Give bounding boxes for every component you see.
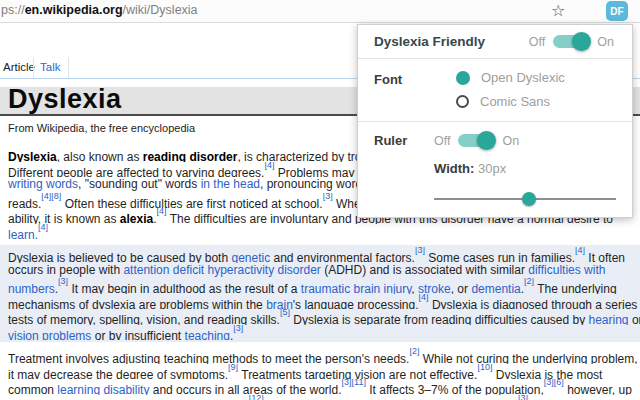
body-text: or by insufficient [91, 329, 184, 341]
font-option-label: Comic Sans [480, 94, 550, 109]
text-line: common learning disability and occurs in… [0, 379, 640, 395]
ruler-toggle[interactable] [458, 134, 494, 147]
body-text: Different people are affected to varying… [8, 166, 264, 178]
body-text: Dyslexia is separate from reading diffic… [290, 313, 589, 325]
body-text: It affects 3–7% of the population, [366, 383, 544, 395]
body-text: The underlying [534, 282, 617, 294]
reference-citation[interactable]: [4] [38, 224, 48, 232]
text-line: it may decrease the degree of symptoms.[… [0, 364, 640, 380]
article-link[interactable]: genetic [231, 251, 270, 263]
article-link[interactable]: in the head [201, 177, 260, 191]
article-link[interactable]: vision problems [8, 329, 91, 341]
article-link[interactable]: difficulties with [528, 263, 605, 277]
body-text: Treatments targeting vision are not effe… [238, 368, 477, 380]
reference-citation[interactable]: [3][11] [342, 379, 366, 387]
text-line: vision problems or by insufficient teach… [0, 325, 640, 341]
font-option-comic-sans[interactable]: Comic Sans [456, 94, 565, 109]
body-text: Some cases run in families. [425, 251, 575, 263]
reference-citation[interactable]: [10] [477, 364, 492, 372]
ruler-toggle-on-label: On [502, 134, 519, 148]
tab-article[interactable]: Article [3, 61, 35, 73]
font-option-open-dyslexic[interactable]: Open Dyslexic [456, 70, 565, 85]
article-paragraph-highlighted: Dyslexia is believed to be caused by bot… [0, 245, 640, 342]
reference-citation[interactable]: [4] [419, 294, 429, 302]
extension-popup: Dyslexia Friendly Off On Font Open Dysle… [357, 24, 633, 218]
reference-citation[interactable]: [3] [323, 193, 333, 201]
body-text: 's language processing. [293, 298, 419, 310]
body-text: reads. [8, 197, 41, 209]
body-text: mechanisms of dyslexia are problems with… [8, 298, 266, 310]
tab-divider [33, 57, 34, 78]
body-text: , "sounding out" words [78, 177, 201, 191]
text-line: to 20% may have some degree of symptoms.… [0, 395, 640, 400]
body-text: common [8, 383, 57, 395]
reference-citation[interactable]: [5] [280, 309, 290, 317]
font-section: Font Open DyslexicComic Sans [358, 59, 632, 122]
font-section-label: Font [374, 70, 456, 109]
body-text: Treatment involves adjusting teaching me… [8, 352, 409, 364]
body-text: tests of memory, spelling, vision, and r… [8, 313, 280, 325]
browser-toolbar: ps://en.wikipedia.org/wiki/Dyslexia ☆ DF [0, 0, 640, 23]
reference-citation[interactable]: [3] [518, 395, 528, 400]
article-link[interactable]: attention deficit hyperactivity disorder [123, 263, 320, 277]
reference-citation[interactable]: [9] [228, 364, 238, 372]
article-link[interactable]: dementia [471, 282, 520, 294]
text-line: mechanisms of dyslexia are problems with… [0, 294, 640, 310]
body-text: and environmental factors. [270, 251, 415, 263]
slider-handle[interactable] [522, 192, 536, 206]
text-line: learn.[4] [0, 224, 640, 240]
radio-unselected-icon[interactable] [456, 95, 469, 108]
dyslexia-friendly-extension-icon[interactable]: DF [606, 1, 628, 21]
body-text: It often [585, 251, 625, 263]
popup-header: Dyslexia Friendly Off On [358, 25, 632, 59]
reference-citation[interactable]: [4] [264, 162, 274, 170]
main-toggle-on-label: On [597, 35, 614, 49]
reference-citation[interactable]: [3] [233, 325, 243, 333]
ruler-width-row: Width: 30px [434, 161, 616, 176]
body-text: , or [451, 282, 472, 294]
radio-selected-icon[interactable] [456, 71, 470, 85]
body-text: Dyslexia is the most [492, 368, 602, 380]
tab-divider [68, 57, 69, 78]
reference-citation[interactable]: [4] [157, 208, 167, 216]
url-domain: en.wikipedia.org [25, 3, 123, 17]
ruler-section: Ruler Off On Width: 30px [358, 122, 632, 218]
reference-citation[interactable]: [3] [58, 278, 68, 286]
main-toggle-group: Off On [529, 35, 614, 49]
reference-citation[interactable]: [4] [575, 247, 585, 255]
body-text: Dyslexia is diagnosed through a series o… [429, 298, 640, 310]
bold-text: alexia [120, 212, 153, 224]
tab-talk[interactable]: Talk [40, 61, 60, 73]
address-bar[interactable]: ps://en.wikipedia.org/wiki/Dyslexia [1, 3, 198, 17]
body-text: It may begin in adulthood as the result … [68, 282, 301, 294]
body-text: or [629, 313, 640, 325]
article-link[interactable]: learning disability [57, 383, 149, 395]
article-link[interactable]: stroke [418, 282, 451, 294]
reference-citation[interactable]: [3] [415, 247, 425, 255]
article-link[interactable]: brain [266, 298, 293, 310]
body-text: Dyslexia is believed to be caused by bot… [8, 251, 231, 263]
body-text: occurs in people with [8, 263, 123, 277]
ruler-toggle-group: Off On [434, 134, 519, 148]
bookmark-star-icon[interactable]: ☆ [551, 1, 565, 21]
article-link[interactable]: learn. [8, 228, 38, 240]
reference-citation[interactable]: [4][8] [41, 193, 61, 201]
body-text: (ADHD) and is associated with similar [321, 263, 528, 277]
body-text: and occurs in all areas of the world. [149, 383, 341, 395]
text-line: Treatment involves adjusting teaching me… [0, 348, 640, 364]
article-link[interactable]: teaching [185, 329, 230, 341]
page-subtitle: From Wikipedia, the free encyclopedia [8, 122, 195, 134]
width-slider[interactable] [434, 192, 616, 206]
article-link[interactable]: hearing [589, 313, 629, 325]
text-line: occurs in people with attention deficit … [0, 263, 640, 279]
reference-citation[interactable]: [12] [249, 395, 264, 400]
browser-window: ps://en.wikipedia.org/wiki/Dyslexia ☆ DF… [0, 0, 640, 400]
reference-citation[interactable]: [3][6] [544, 379, 564, 387]
url-scheme: ps:// [1, 3, 25, 17]
article-link[interactable]: writing words [8, 177, 78, 191]
reference-citation[interactable]: [2] [524, 278, 534, 286]
main-toggle[interactable] [553, 35, 589, 48]
article-link[interactable]: numbers [8, 282, 55, 294]
article-link[interactable]: traumatic brain injury [301, 282, 411, 294]
reference-citation[interactable]: [2] [409, 348, 419, 356]
